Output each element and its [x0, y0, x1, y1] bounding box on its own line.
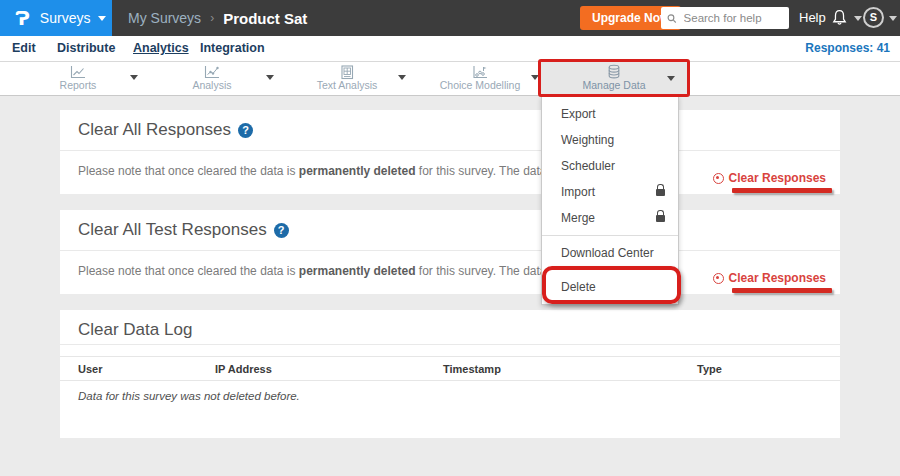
section-title-text: Clear All Test Responses — [78, 220, 267, 240]
clear-test-responses-section: Clear All Test Responses ? Please note t… — [60, 210, 840, 294]
table-border — [60, 356, 840, 357]
manage-data-dropdown-icon[interactable] — [667, 76, 675, 81]
menu-divider — [542, 235, 678, 236]
breadcrumb-separator-icon: › — [210, 11, 214, 25]
toolbar-item-choice-modelling[interactable]: Choice Modelling — [425, 62, 535, 95]
reports-chart-icon — [69, 65, 87, 80]
clear-test-responses-button[interactable]: Clear Responses — [713, 271, 826, 285]
menu-item-label: Weighting — [561, 127, 614, 153]
lock-icon — [656, 189, 665, 196]
text-analysis-doc-icon — [339, 65, 355, 80]
clear-responses-label: Clear Responses — [729, 271, 826, 285]
note-text: Please note that once cleared the data i… — [78, 264, 299, 278]
toolbar-label: Choice Modelling — [425, 80, 535, 91]
annotation-underline-clear-test-responses — [732, 288, 832, 293]
clear-data-log-section: Clear Data Log User IP Address Timestamp… — [60, 310, 840, 438]
product-switcher[interactable]: Ɂ Surveys — [0, 0, 112, 36]
section-title: Clear All Test Responses ? — [78, 220, 289, 240]
product-label: Surveys — [40, 10, 91, 26]
menu-item-label: Download Center — [561, 240, 654, 266]
note-text: Please note that once cleared the data i… — [78, 164, 299, 178]
analytics-toolbar: Reports Analysis Text Analysis — [0, 62, 900, 96]
annotation-underline-clear-responses — [732, 188, 832, 193]
choice-modelling-dropdown-icon[interactable] — [531, 75, 539, 80]
note-bold-text: permanently deleted — [299, 264, 416, 278]
section-title: Clear Data Log — [78, 320, 192, 340]
column-header-ip: IP Address — [215, 358, 272, 380]
column-header-user: User — [78, 358, 102, 380]
reports-dropdown-icon[interactable] — [130, 75, 138, 80]
lock-icon — [656, 215, 665, 222]
responses-count[interactable]: Responses: 41 — [805, 36, 890, 62]
menu-item-download-center[interactable]: Download Center — [542, 240, 678, 266]
menu-item-scheduler[interactable]: Scheduler — [542, 153, 678, 179]
text-analysis-dropdown-icon[interactable] — [398, 75, 406, 80]
column-header-timestamp: Timestamp — [443, 358, 501, 380]
menu-item-label: Export — [561, 101, 596, 127]
menu-item-label: Scheduler — [561, 153, 615, 179]
nav-tab-distribute[interactable]: Distribute — [57, 36, 115, 62]
account-chevron-icon[interactable] — [889, 16, 897, 21]
search-icon — [667, 13, 677, 24]
table-border — [60, 380, 840, 381]
analysis-chart-icon — [203, 65, 221, 80]
survey-nav: Edit Distribute Analytics Integration Re… — [0, 36, 900, 62]
divider — [60, 250, 840, 251]
divider — [60, 150, 840, 151]
help-circle-icon[interactable]: ? — [238, 123, 253, 138]
top-bar: Ɂ Surveys My Surveys › Product Sat Upgra… — [0, 0, 900, 36]
database-icon — [605, 64, 623, 80]
menu-item-label: Import — [561, 179, 595, 205]
nav-tab-edit[interactable]: Edit — [12, 36, 36, 62]
menu-item-label: Merge — [561, 205, 595, 231]
toolbar-item-reports[interactable]: Reports — [23, 62, 133, 95]
clear-target-icon — [713, 173, 724, 184]
notifications-chevron-icon[interactable] — [854, 16, 862, 21]
menu-item-label: Delete — [561, 274, 596, 300]
search-input[interactable] — [682, 11, 783, 25]
nav-tab-analytics[interactable]: Analytics — [133, 36, 189, 62]
nav-tab-integration[interactable]: Integration — [200, 36, 265, 62]
menu-item-weighting[interactable]: Weighting — [542, 127, 678, 153]
chevron-down-icon — [98, 16, 106, 21]
avatar[interactable]: S — [863, 7, 884, 28]
menu-item-merge[interactable]: Merge — [542, 205, 678, 231]
breadcrumb-parent[interactable]: My Surveys — [128, 10, 201, 26]
questionpro-logo-icon: Ɂ — [15, 9, 30, 28]
menu-item-import[interactable]: Import — [542, 179, 678, 205]
clear-responses-label: Clear Responses — [729, 171, 826, 185]
breadcrumb: My Surveys › Product Sat — [128, 0, 307, 36]
help-link[interactable]: Help — [799, 0, 826, 36]
section-title-text: Clear All Responses — [78, 120, 231, 140]
divider — [60, 344, 840, 345]
clear-target-icon — [713, 273, 724, 284]
manage-data-menu: Export Weighting Scheduler Import Merge … — [541, 96, 679, 305]
toolbar-label: Manage Data — [541, 80, 687, 91]
menu-item-delete[interactable]: Delete — [542, 274, 678, 300]
toolbar-label: Analysis — [157, 80, 267, 91]
breadcrumb-current: Product Sat — [223, 10, 307, 27]
notifications-bell-icon[interactable] — [831, 9, 848, 26]
column-header-type: Type — [697, 358, 722, 380]
toolbar-label: Reports — [23, 80, 133, 91]
menu-item-export[interactable]: Export — [542, 101, 678, 127]
clear-all-responses-section: Clear All Responses ? Please note that o… — [60, 110, 840, 194]
clear-responses-button[interactable]: Clear Responses — [713, 171, 826, 185]
toolbar-item-analysis[interactable]: Analysis — [157, 62, 267, 95]
note-bold-text: permanently deleted — [299, 164, 416, 178]
toolbar-item-manage-data[interactable]: Manage Data — [541, 62, 687, 95]
help-circle-icon[interactable]: ? — [274, 223, 289, 238]
app-window: Ɂ Surveys My Surveys › Product Sat Upgra… — [0, 0, 900, 476]
choice-modelling-chart-icon — [471, 65, 489, 80]
help-search — [661, 7, 789, 29]
section-title: Clear All Responses ? — [78, 120, 253, 140]
toolbar-item-text-analysis[interactable]: Text Analysis — [292, 62, 402, 95]
section-title-text: Clear Data Log — [78, 320, 192, 340]
empty-log-message: Data for this survey was not deleted bef… — [78, 390, 300, 402]
analysis-dropdown-icon[interactable] — [266, 75, 274, 80]
toolbar-label: Text Analysis — [292, 80, 402, 91]
